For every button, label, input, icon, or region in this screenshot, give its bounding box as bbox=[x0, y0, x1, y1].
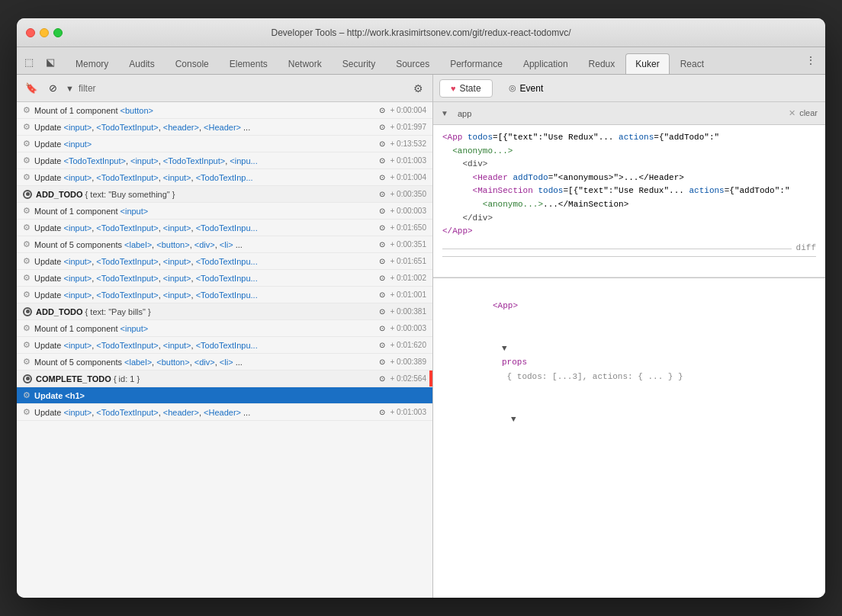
action-item[interactable]: ADD_TODO { text: "Buy something" } ⊙ + 0… bbox=[17, 186, 432, 203]
list-item[interactable]: ⚙ Update <input>, <TodoTextInput>, <inpu… bbox=[17, 169, 432, 186]
list-item[interactable]: ⚙ Mount of 1 component <button> ⊙ + 0:00… bbox=[17, 102, 432, 119]
gear-icon: ⚙ bbox=[23, 105, 31, 115]
gear-icon: ⚙ bbox=[23, 273, 31, 283]
event-time: + 0:13:532 bbox=[390, 140, 426, 148]
tab-react[interactable]: React bbox=[670, 53, 714, 74]
list-item[interactable]: ⚙ Update <input>, <TodoTextInput>, <inpu… bbox=[17, 253, 432, 270]
event-description: Update <input> bbox=[34, 140, 379, 149]
list-item[interactable]: ⚙ Update <input>, <TodoTextInput>, <head… bbox=[17, 404, 432, 421]
list-item[interactable]: ⚙ Update <TodoTextInput>, <input>, <Todo… bbox=[17, 152, 432, 169]
gear-icon: ⚙ bbox=[23, 290, 31, 300]
event-description: Update <h1> bbox=[34, 391, 426, 400]
left-toolbar: 🔖 ⊘ ▼ filter ⚙ bbox=[17, 75, 432, 102]
tab-icons: ⬚ ⬕ bbox=[20, 53, 59, 74]
complete-todo-action[interactable]: COMPLETE_TODO { id: 1 } ⊙ + 0:02:564 bbox=[17, 371, 432, 387]
tree-line: <Header addTodo="<anonymous>">...</Heade… bbox=[442, 172, 816, 185]
more-tabs-button[interactable]: ⋮ bbox=[799, 50, 822, 71]
tree-line: <MainSection todos=[{"text":"Use Redux".… bbox=[442, 184, 816, 198]
gear-icon: ⚙ bbox=[23, 323, 31, 333]
gear-icon: ⚙ bbox=[23, 139, 31, 149]
todos-key: todos bbox=[511, 429, 536, 430]
list-item[interactable]: ⚙ Mount of 5 components <label>, <button… bbox=[17, 354, 432, 371]
list-item[interactable]: ⚙ Update <input> ⊙ + 0:13:532 bbox=[17, 136, 432, 152]
event-time: + 0:01:003 bbox=[390, 408, 426, 416]
action-item[interactable]: ADD_TODO { text: "Pay bills" } ⊙ + 0:00:… bbox=[17, 303, 432, 320]
event-description: Mount of 1 component <input> bbox=[34, 207, 379, 216]
block-button[interactable]: ⊘ bbox=[44, 80, 61, 97]
bottom-panel: <App> ▼ props { todos: [...3], actions: … bbox=[433, 278, 825, 430]
settings-button[interactable]: ⚙ bbox=[410, 80, 426, 97]
right-panel: ♥ State ◎ Event ▼ app ✕ clear bbox=[433, 75, 825, 598]
clock-icon: ⊙ bbox=[379, 274, 385, 282]
event-time: + 0:02:564 bbox=[390, 374, 426, 383]
tab-network[interactable]: Network bbox=[278, 53, 332, 74]
clock-icon: ⊙ bbox=[379, 341, 385, 349]
app-tag: <App> bbox=[493, 301, 518, 310]
gear-icon: ⚙ bbox=[23, 156, 31, 165]
traffic-lights bbox=[26, 28, 63, 37]
titlebar: Developer Tools – http://work.krasimirts… bbox=[17, 18, 825, 47]
filter-icon: ▼ bbox=[441, 109, 448, 117]
tab-memory[interactable]: Memory bbox=[66, 53, 118, 74]
close-button[interactable] bbox=[26, 28, 35, 37]
tab-redux[interactable]: Redux bbox=[579, 53, 625, 74]
gear-icon: ⚙ bbox=[23, 172, 31, 182]
list-item[interactable]: ⚙ Update <input>, <TodoTextInput>, <inpu… bbox=[17, 287, 432, 303]
tab-security[interactable]: Security bbox=[333, 53, 385, 74]
devtools-window: Developer Tools – http://work.krasimirts… bbox=[17, 18, 825, 598]
event-tab-label: Event bbox=[520, 83, 544, 94]
clock-icon: ⊙ bbox=[379, 140, 385, 148]
clock-icon: ⊙ bbox=[379, 408, 385, 416]
action-icon bbox=[23, 307, 32, 316]
props-key: props bbox=[502, 358, 527, 367]
event-description: COMPLETE_TODO { id: 1 } bbox=[36, 374, 379, 383]
state-header: ▼ app ✕ clear bbox=[433, 102, 825, 125]
event-time: + 0:01:004 bbox=[390, 173, 426, 181]
event-description: ADD_TODO { text: "Pay bills" } bbox=[36, 307, 379, 316]
event-description: Update <TodoTextInput>, <input>, <TodoTe… bbox=[34, 156, 379, 165]
state-tab[interactable]: ♥ State bbox=[439, 79, 493, 98]
event-time: + 0:01:003 bbox=[390, 156, 426, 165]
event-time: + 0:01:001 bbox=[390, 290, 426, 299]
event-description: Update <input>, <TodoTextInput>, <input>… bbox=[34, 223, 379, 233]
gear-icon: ⚙ bbox=[23, 340, 31, 350]
event-tab[interactable]: ◎ Event bbox=[497, 79, 555, 98]
list-item[interactable]: ⚙ Mount of 1 component <input> ⊙ + 0:00:… bbox=[17, 203, 432, 220]
event-time: + 0:00:350 bbox=[390, 190, 426, 198]
maximize-button[interactable] bbox=[53, 28, 63, 37]
cursor-icon[interactable]: ⬚ bbox=[20, 53, 38, 71]
list-item[interactable]: ⚙ Update <input>, <TodoTextInput>, <head… bbox=[17, 119, 432, 136]
tab-application[interactable]: Application bbox=[513, 53, 578, 74]
clock-icon: ⊙ bbox=[379, 324, 385, 332]
tab-elements[interactable]: Elements bbox=[220, 53, 278, 74]
collapse-icon[interactable]: ▼ bbox=[502, 344, 507, 353]
minimize-button[interactable] bbox=[40, 28, 49, 37]
bookmark-button[interactable]: 🔖 bbox=[23, 80, 40, 97]
tab-performance[interactable]: Performance bbox=[440, 53, 513, 74]
tree-line: <div> bbox=[442, 158, 816, 172]
clear-button[interactable]: ✕ clear bbox=[789, 108, 818, 118]
device-icon[interactable]: ⬕ bbox=[41, 53, 59, 71]
list-item[interactable]: ⚙ Mount of 1 component <input> ⊙ + 0:00:… bbox=[17, 320, 432, 337]
selected-event-item[interactable]: ⚙ Update <h1> bbox=[17, 387, 432, 404]
filter-icon: ▼ bbox=[66, 84, 74, 93]
event-time: + 0:01:650 bbox=[390, 223, 426, 232]
tree-line: </div> bbox=[442, 212, 816, 226]
event-time: + 0:00:389 bbox=[390, 358, 426, 366]
list-item[interactable]: ⚙ Mount of 5 components <label>, <button… bbox=[17, 236, 432, 253]
collapse-icon[interactable]: ▼ bbox=[511, 415, 516, 424]
event-time: + 0:01:620 bbox=[390, 341, 426, 349]
clock-icon: ⊙ bbox=[379, 173, 385, 181]
diff-path: ✎ <App>......todos.1.completed bbox=[442, 260, 816, 278]
clock-icon: ⊙ bbox=[379, 123, 385, 131]
tab-console[interactable]: Console bbox=[166, 53, 219, 74]
tab-sources[interactable]: Sources bbox=[386, 53, 439, 74]
state-tab-label: State bbox=[460, 83, 481, 94]
list-item[interactable]: ⚙ Update <input>, <TodoTextInput>, <inpu… bbox=[17, 270, 432, 287]
diff-label: diff bbox=[792, 242, 816, 257]
heart-icon: ♥ bbox=[451, 84, 456, 93]
tab-kuker[interactable]: Kuker bbox=[625, 53, 669, 74]
tab-audits[interactable]: Audits bbox=[119, 53, 164, 74]
list-item[interactable]: ⚙ Update <input>, <TodoTextInput>, <inpu… bbox=[17, 337, 432, 354]
list-item[interactable]: ⚙ Update <input>, <TodoTextInput>, <inpu… bbox=[17, 220, 432, 236]
